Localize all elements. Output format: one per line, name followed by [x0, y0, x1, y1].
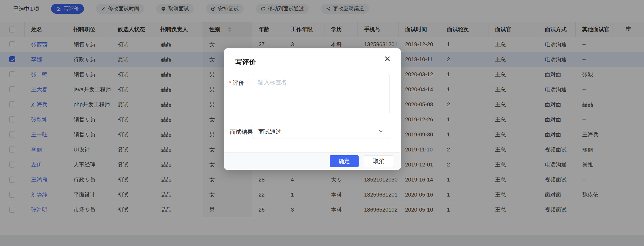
confirm-button[interactable]: 确定	[330, 155, 359, 167]
interview-result-select[interactable]: 面试通过	[253, 125, 389, 139]
interview-result-label: 面试结果	[230, 128, 253, 136]
cancel-button[interactable]: 取消	[364, 155, 394, 167]
required-asterisk: *	[229, 80, 231, 86]
write-evaluation-dialog: 写评价 ✕ *评价 面试结果 面试通过 确定 取消	[224, 48, 401, 170]
close-icon[interactable]: ✕	[384, 55, 391, 63]
dialog-title: 写评价	[235, 57, 256, 66]
select-value: 面试通过	[258, 128, 281, 136]
evaluation-label: *评价	[229, 79, 244, 87]
chevron-down-icon	[378, 128, 384, 135]
dialog-footer: 确定 取消	[224, 152, 401, 170]
candidate-interview-page: 已选中1项 写评价 修改面试时间取消面试安排复试移动到面试通过更改应聘渠道 姓名…	[0, 0, 644, 246]
evaluation-textarea[interactable]	[253, 74, 390, 114]
